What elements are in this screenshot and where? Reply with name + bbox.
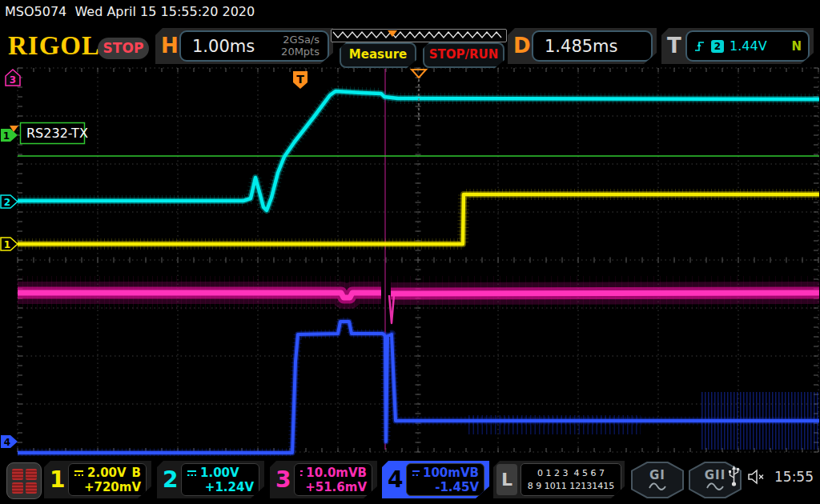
channel2-box[interactable]: 2 1.00V +1.24V [157,461,264,498]
speaker-muted-icon[interactable] [748,469,766,485]
timebase-value: 1.00ms [181,37,281,56]
channel3-bandwidth: B [358,466,367,480]
waveform-plot: 3 1 RS232-TX 2 1 [0,0,820,504]
logic-channels-box[interactable]: L 0 1 2 3 4 5 6 7 8 9 1011 12131415 [493,461,625,498]
svg-text:1: 1 [3,130,10,142]
channel1-bandwidth: B [132,466,141,480]
horizontal-reference-marker[interactable] [412,70,426,120]
trigger-level-value: 1.44V [730,38,786,54]
channel4-scale: 100mV [423,466,470,480]
sine-wave-icon [648,482,667,490]
dc-coupling-icon [74,469,84,477]
sample-rate-memory: 2GSa/s20Mpts [281,34,328,58]
delay-control[interactable]: D 1.485ms [508,28,657,64]
graticule-grid [18,68,818,452]
usb-icon [728,466,740,487]
delay-value: 1.485ms [533,37,651,56]
measure-button[interactable]: Measure [340,42,416,68]
oscilloscope-screen: 3 1 RS232-TX 2 1 [0,0,820,504]
acquisition-status-badge: STOP [98,38,149,59]
rigol-logo: RIGOL [8,31,100,61]
dc-coupling-icon [299,469,303,477]
channel4-offset: -1.45V [435,480,479,494]
channel4-number: 4 [388,466,403,493]
channel3-box[interactable]: 3 10.0mV B +51.6mV [270,461,377,498]
channel1-box[interactable]: 1 2.00V B +720mV [44,461,151,498]
generator1-label: GI [649,470,665,482]
logic-row2: 8 9 1011 12131415 [521,481,621,491]
ch2-position-marker[interactable]: 2 [1,195,18,208]
channel4-box[interactable]: 4 100mV B -1.45V [382,461,489,498]
logic-row1: 0 1 2 3 4 5 6 7 [521,468,621,478]
channel2-offset: +1.24V [205,480,254,494]
page-title: MSO5074 Wed April 15 15:55:20 2020 [5,4,255,19]
svg-text:T: T [296,73,304,86]
dc-coupling-icon [187,469,197,477]
trigger-position-marker[interactable]: T [293,71,308,89]
delay-label: D [513,34,531,58]
svg-text:2: 2 [4,197,10,208]
memory-waveform-icon [333,32,501,38]
channel2-scale: 1.00V [200,466,239,480]
horizontal-timebase-control[interactable]: H 1.00ms 2GSa/s20Mpts [155,28,333,64]
svg-text:4: 4 [4,437,10,448]
top-title-bar: MSO5074 Wed April 15 15:55:20 2020 [0,0,820,24]
generator1-button[interactable]: GI [631,462,684,498]
trigger-mode: N [791,39,802,54]
bottom-status-bar: 1 2.00V B +720mV 2 1.00V +1.24V [0,456,820,504]
dc-coupling-icon [412,469,420,477]
trigger-source-badge: 2 [711,40,724,53]
horizontal-label: H [161,34,179,58]
trigger-control[interactable]: T 2 1.44V N [661,28,814,64]
channel3-offset: +51.6mV [305,480,367,494]
trigger-label: T [667,34,681,58]
channel2-number: 2 [163,466,178,493]
bus-decode-label[interactable]: RS232-TX [21,123,88,144]
channel1-number: 1 [50,466,65,493]
channel1-offset: +720mV [84,480,141,494]
logic-label: L [496,464,517,495]
ch4-position-marker[interactable]: 4 [1,435,18,448]
svg-text:3: 3 [10,74,16,86]
header-bar: RIGOL STOP H 1.00ms 2GSa/s20Mpts Measure… [0,24,820,67]
stop-run-button[interactable]: STOP/RUN [423,42,504,68]
channel3-number: 3 [275,466,291,493]
channel3-scale: 10.0mV [306,466,357,480]
generator2-label: GII [705,470,726,482]
channel1-scale: 2.00V [87,466,127,480]
channel4-bandwidth: B [470,466,479,480]
menu-grid-icon[interactable] [6,462,42,499]
memory-position-bar[interactable] [331,29,507,42]
svg-text:1: 1 [4,239,10,250]
clock: 15:55 [774,469,814,485]
svg-text:RS232-TX: RS232-TX [26,126,88,141]
bus1-position-marker[interactable]: 1 [1,126,18,142]
ch1-position-marker[interactable]: 1 [1,238,18,250]
trigger-slope-icon [693,39,705,53]
sine-wave-icon [705,482,725,490]
